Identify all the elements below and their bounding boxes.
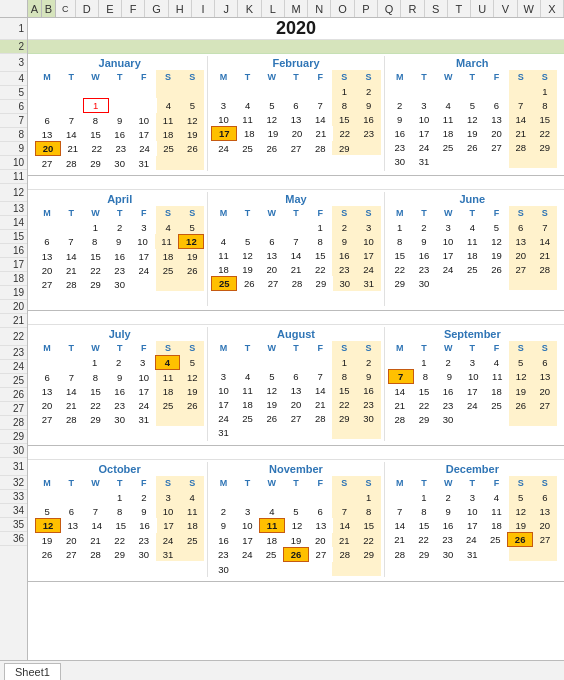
tab-strip: Sheet1 <box>0 660 564 680</box>
col-r[interactable]: R <box>401 0 424 17</box>
corner-cell <box>0 0 28 17</box>
apr-12-highlight: 12 <box>178 234 204 249</box>
rn-3: 3 <box>0 54 27 72</box>
rn-26: 26 <box>0 388 27 402</box>
rn-21: 21 <box>0 314 27 328</box>
col-u[interactable]: U <box>471 0 494 17</box>
col-n[interactable]: N <box>308 0 331 17</box>
september-block: September M T W T F S S <box>385 327 560 441</box>
q4-section: October M T W T F S S <box>28 460 564 582</box>
rn-17: 17 <box>0 258 27 272</box>
nov-26-highlight: 26 <box>283 547 309 562</box>
year-title: 2020 <box>276 18 316 39</box>
rn-24: 24 <box>0 360 27 374</box>
september-title: September <box>388 328 557 340</box>
col-g[interactable]: G <box>145 0 168 17</box>
rn-15: 15 <box>0 230 27 244</box>
rn-35: 35 <box>0 518 27 532</box>
april-grid: M T W T F S S 1 2 <box>35 206 204 305</box>
july-block: July M T W T F S S <box>32 327 208 441</box>
col-t[interactable]: T <box>448 0 471 17</box>
rn-6: 6 <box>0 100 27 114</box>
jul-4-highlight: 4 <box>155 355 181 370</box>
rn-18: 18 <box>0 272 27 286</box>
rn-2: 2 <box>0 40 27 54</box>
jan-20-highlight: 20 <box>35 141 61 156</box>
col-i[interactable]: I <box>192 0 215 17</box>
october-grid: M T W T F S S 1 2 <box>35 476 204 561</box>
august-grid: M T W T F S S <box>211 341 380 439</box>
february-title: February <box>211 57 380 69</box>
january-grid: M T W T F S S <box>35 70 204 170</box>
june-block: June M T W T F S S 1 2 <box>385 192 560 306</box>
june-title: June <box>388 193 557 205</box>
december-title: December <box>388 463 557 475</box>
q1-section: January M T W T F S S <box>28 54 564 176</box>
q2-section: April M T W T F S S <box>28 190 564 311</box>
march-grid: M T W T F S S <box>388 70 557 168</box>
may-title: May <box>211 193 380 205</box>
rn-32: 32 <box>0 476 27 490</box>
rn-14: 14 <box>0 216 27 230</box>
selected-row <box>28 40 564 54</box>
col-header-a[interactable]: A <box>28 0 42 17</box>
col-q[interactable]: Q <box>378 0 401 17</box>
col-p[interactable]: P <box>355 0 378 17</box>
rn-23: 23 <box>0 346 27 360</box>
col-v[interactable]: V <box>494 0 517 17</box>
july-grid: M T W T F S S 1 2 <box>35 341 204 440</box>
rn-9: 9 <box>0 142 27 156</box>
may-block: May M T W T F S S <box>208 192 384 306</box>
col-x[interactable]: X <box>541 0 564 17</box>
col-header-b[interactable]: B <box>42 0 56 17</box>
december-block: December M T W T F S S <box>385 462 560 577</box>
november-block: November M T W T F S S <box>208 462 384 577</box>
jan-header: M T W T F S S <box>35 70 204 84</box>
rn-19: 19 <box>0 286 27 300</box>
col-s[interactable]: S <box>425 0 448 17</box>
rn-4: 4 <box>0 72 27 86</box>
rn-1: 1 <box>0 18 27 40</box>
march-block: March M T W T F S S <box>385 56 560 171</box>
october-title: October <box>35 463 204 475</box>
march-title: March <box>388 57 557 69</box>
november-title: November <box>211 463 380 475</box>
feb-17-highlight: 17 <box>211 126 237 141</box>
q3-section: July M T W T F S S <box>28 325 564 446</box>
january-title: January <box>35 57 204 69</box>
rn-12: 12 <box>0 184 27 202</box>
rn-29: 29 <box>0 430 27 444</box>
october-block: October M T W T F S S <box>32 462 208 577</box>
col-e[interactable]: E <box>99 0 122 17</box>
col-d[interactable]: D <box>76 0 99 17</box>
col-h[interactable]: H <box>169 0 192 17</box>
oct-12-highlight: 12 <box>35 518 61 533</box>
empty-row-29 <box>28 446 564 460</box>
august-block: August M T W T F S S <box>208 327 384 441</box>
col-f[interactable]: F <box>122 0 145 17</box>
col-c[interactable]: C <box>56 0 76 17</box>
col-l[interactable]: L <box>262 0 285 17</box>
may-grid: M T W T F S S 1 <box>211 206 380 305</box>
sheet-tab-1[interactable]: Sheet1 <box>4 663 61 680</box>
col-k[interactable]: K <box>238 0 261 17</box>
rn-8: 8 <box>0 128 27 142</box>
col-w[interactable]: W <box>518 0 541 17</box>
rn-5: 5 <box>0 86 27 100</box>
november-grid: M T W T F S S <box>211 476 380 576</box>
february-block: February M T W T F S S <box>208 56 384 171</box>
col-headers-rest: C D E F G H I J K L M N O P Q R S T U V … <box>56 0 564 17</box>
rn-13: 13 <box>0 202 27 216</box>
january-block: January M T W T F S S <box>32 56 208 171</box>
rn-16: 16 <box>0 244 27 258</box>
col-o[interactable]: O <box>331 0 354 17</box>
col-m[interactable]: M <box>285 0 308 17</box>
empty-row-20 <box>28 311 564 325</box>
rn-22: 22 <box>0 328 27 346</box>
february-grid: M T W T F S S <box>211 70 380 169</box>
rn-27: 27 <box>0 402 27 416</box>
rn-34: 34 <box>0 504 27 518</box>
rn-11: 11 <box>0 170 27 184</box>
col-j[interactable]: J <box>215 0 238 17</box>
september-grid: M T W T F S S 1 2 3 <box>388 341 557 440</box>
